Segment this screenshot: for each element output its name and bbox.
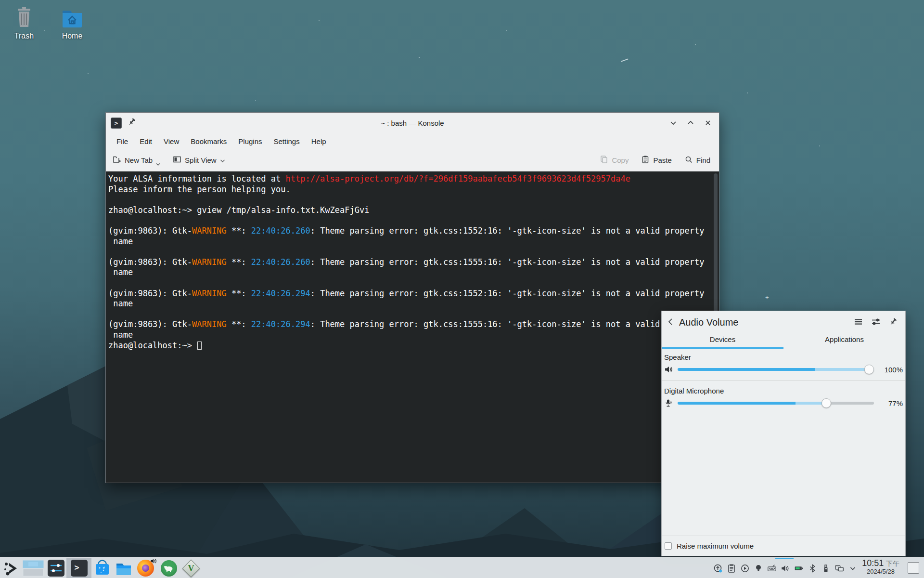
desktop-icon-label: Trash [2, 32, 46, 40]
microphone-icon[interactable] [664, 398, 673, 408]
media-player-icon[interactable] [740, 564, 750, 573]
microphone-volume-value: 77% [878, 399, 903, 407]
speaker-volume-slider[interactable] [678, 364, 874, 375]
application-launcher-button[interactable] [2, 559, 20, 577]
task-green-animal-app[interactable] [160, 559, 178, 577]
star [319, 20, 320, 21]
new-tab-button[interactable]: New Tab [113, 155, 160, 165]
search-icon [684, 155, 693, 165]
terminal-view[interactable]: Your ALSA information is located at http… [106, 171, 719, 483]
device-name: Digital Microphone [664, 387, 903, 395]
firefox-app-icon [137, 560, 154, 577]
task-dolphin-app[interactable] [115, 559, 132, 577]
bluetooth-icon[interactable] [808, 564, 817, 573]
task-firefox-app[interactable] [137, 559, 154, 577]
maximize-button[interactable] [684, 117, 697, 129]
konsole-app-icon: > [71, 560, 88, 577]
minimize-button[interactable] [667, 117, 680, 129]
paste-button[interactable]: Paste [641, 155, 671, 165]
menu-plugins[interactable]: Plugins [238, 137, 262, 145]
audio-playing-badge-icon [150, 558, 157, 566]
star [255, 100, 256, 101]
green-animal-app-icon [161, 560, 177, 577]
split-view-button[interactable]: Split View [173, 155, 225, 165]
split-view-icon [173, 155, 181, 165]
star [506, 30, 507, 31]
device-row-microphone: Digital Microphone 77% [662, 382, 905, 413]
menubar: File Edit View Bookmarks Plugins Setting… [106, 133, 719, 149]
show-desktop-button[interactable] [908, 562, 919, 574]
task-discover-app[interactable] [93, 559, 111, 577]
expand-tray-chevron-icon[interactable] [848, 564, 858, 573]
new-tab-icon [113, 155, 121, 165]
device-name: Speaker [664, 353, 903, 361]
slider-track[interactable] [678, 402, 874, 405]
find-button[interactable]: Find [684, 155, 710, 165]
chevron-down-icon [156, 159, 160, 168]
tab-applications[interactable]: Applications [783, 332, 905, 348]
back-chevron-icon[interactable] [667, 317, 674, 328]
keyboard-icon[interactable] [767, 564, 777, 573]
menu-help[interactable]: Help [311, 137, 326, 145]
trash-icon [12, 5, 37, 30]
microphone-volume-slider[interactable] [678, 398, 874, 408]
display-config-icon[interactable] [834, 564, 844, 573]
speaker-volume-value: 100% [878, 366, 903, 374]
taskbar: > V [0, 557, 924, 578]
star [747, 92, 748, 93]
checkbox-label: Raise maximum volume [677, 542, 754, 550]
copy-icon [600, 155, 608, 165]
mixer-app-icon [48, 560, 64, 577]
window-title: ~ : bash — Konsole [106, 119, 719, 127]
panel-title: Audio Volume [679, 317, 738, 328]
panel-footer: Raise maximum volume [662, 536, 905, 556]
star [419, 57, 420, 58]
brightness-bulb-icon[interactable] [754, 564, 763, 573]
audio-volume-icon[interactable] [781, 564, 790, 573]
task-mixer-app[interactable] [47, 559, 65, 577]
menu-bookmarks[interactable]: Bookmarks [191, 137, 227, 145]
terminal-output: Your ALSA information is located at http… [106, 171, 719, 351]
slider-handle[interactable] [821, 398, 831, 408]
slider-handle[interactable] [864, 365, 874, 374]
device-row-speaker: Speaker 100% [662, 348, 905, 380]
usb-device-icon[interactable] [821, 564, 831, 573]
active-applet-indicator [775, 558, 794, 559]
pin-icon[interactable] [889, 317, 898, 328]
digital-clock[interactable]: 10:51 下午 2024/5/28 [858, 559, 904, 575]
toolbar: New Tab Split View Copy [106, 149, 719, 171]
task-gvim-app[interactable]: V [182, 559, 200, 577]
slider-track[interactable] [678, 368, 874, 371]
audio-volume-panel: Audio Volume Devices Applications Speake… [661, 311, 906, 556]
desktop-icon-trash[interactable]: Trash [2, 5, 46, 40]
menu-file[interactable]: File [116, 137, 128, 145]
raise-maximum-volume-checkbox[interactable] [665, 542, 672, 550]
shooting-star [621, 58, 629, 62]
battery-icon[interactable] [794, 564, 804, 573]
desktop-icon-label: Home [51, 32, 94, 40]
menu-edit[interactable]: Edit [140, 137, 152, 145]
chevron-down-icon [220, 156, 225, 164]
close-button[interactable] [702, 117, 714, 129]
tab-devices[interactable]: Devices [662, 332, 783, 348]
menu-view[interactable]: View [164, 137, 179, 145]
hamburger-menu-icon[interactable] [854, 318, 863, 328]
window-titlebar[interactable]: > ~ : bash — Konsole [106, 113, 719, 133]
star-sparkle: + [765, 294, 769, 301]
tune-sliders-icon[interactable] [871, 318, 881, 328]
speaker-icon[interactable] [664, 365, 673, 374]
desktop-icon-home[interactable]: Home [51, 5, 94, 40]
panel-tabs: Devices Applications [662, 332, 905, 348]
virtual-desktop-pager[interactable] [22, 559, 44, 577]
software-updates-icon[interactable] [713, 564, 723, 573]
menu-settings[interactable]: Settings [274, 137, 300, 145]
paste-icon [641, 155, 650, 165]
star [819, 145, 820, 146]
task-konsole-active[interactable]: > [66, 558, 91, 578]
panel-header: Audio Volume [662, 311, 905, 332]
separator [662, 381, 905, 381]
system-tray [713, 558, 858, 578]
copy-button[interactable]: Copy [600, 155, 629, 165]
home-folder-icon [60, 5, 85, 30]
clipboard-icon[interactable] [727, 564, 736, 573]
